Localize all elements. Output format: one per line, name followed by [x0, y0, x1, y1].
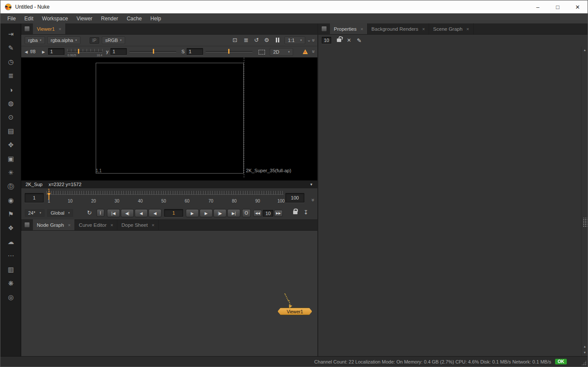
- range-start-field[interactable]: 1: [25, 193, 44, 203]
- lock-range-icon[interactable]: [293, 211, 297, 214]
- tab-close-icon[interactable]: ×: [152, 222, 154, 228]
- viewer-canvas[interactable]: 1,1 2K_Super_35(full-ap): [21, 58, 317, 180]
- gamma-slider[interactable]: [129, 48, 176, 55]
- tab-close-icon[interactable]: ×: [110, 222, 113, 228]
- frame-increment-field[interactable]: 10: [263, 210, 273, 217]
- tab-close-icon[interactable]: ×: [422, 26, 425, 32]
- close-button[interactable]: ✕: [568, 0, 588, 13]
- zoom-dropdown[interactable]: 1:1 ▾: [284, 36, 305, 44]
- play-forward-button[interactable]: ▶: [186, 209, 199, 217]
- toolbar-3d-icon[interactable]: ▣: [0, 152, 21, 166]
- lock-panels-icon[interactable]: [337, 39, 341, 42]
- pane-menu-icon[interactable]: [321, 26, 327, 32]
- range-end-field[interactable]: 100: [285, 193, 304, 203]
- saturation-slider[interactable]: [206, 48, 252, 55]
- menu-edit[interactable]: Edit: [20, 13, 38, 24]
- tab-curve-editor[interactable]: Curve Editor ×: [75, 219, 117, 230]
- jump-forward-button[interactable]: ▶▶: [274, 210, 283, 217]
- pane-menu-icon[interactable]: [24, 222, 30, 228]
- tab-node-graph[interactable]: Node Graph ×: [33, 219, 75, 230]
- toolbar-merge-icon[interactable]: ▤: [0, 124, 21, 138]
- toolbar-target-icon[interactable]: ◎: [0, 290, 21, 304]
- properties-scrollbar[interactable]: ▲ ▲ ▼: [581, 46, 588, 356]
- menu-help[interactable]: Help: [146, 13, 165, 24]
- play-backward-button[interactable]: ◀: [149, 209, 162, 217]
- toolbar-other-icon[interactable]: ⋯: [0, 249, 21, 263]
- toolbar-draw-icon[interactable]: ✎: [0, 41, 21, 55]
- layer-dropdown[interactable]: rgba.alpha ▾: [47, 36, 81, 44]
- toolbar-archive-icon[interactable]: ▥: [0, 263, 21, 277]
- tab-scene-graph[interactable]: Scene Graph ×: [429, 23, 473, 34]
- saturation-field[interactable]: 1: [187, 48, 203, 55]
- gain-slider[interactable]: 0.0625 16.4: [67, 48, 103, 55]
- refresh-icon[interactable]: ↺: [254, 37, 259, 43]
- menu-workspace[interactable]: Workspace: [38, 13, 72, 24]
- tab-dope-sheet[interactable]: Dope Sheet ×: [117, 219, 158, 230]
- step-forward-button[interactable]: ▶: [200, 209, 213, 217]
- in-point-button[interactable]: I: [97, 209, 104, 217]
- pane-menu-icon[interactable]: [24, 26, 30, 32]
- menu-viewer[interactable]: Viewer: [72, 13, 97, 24]
- toolbar-time-icon[interactable]: ◷: [0, 55, 21, 69]
- menu-render[interactable]: Render: [97, 13, 122, 24]
- toolbar-toolsets-icon[interactable]: ❖: [0, 221, 21, 235]
- maximize-button[interactable]: □: [548, 0, 568, 13]
- fstop-prev-icon[interactable]: ◀: [25, 50, 28, 54]
- gamma-slider-handle[interactable]: [153, 49, 154, 54]
- input-process-button[interactable]: IP: [90, 37, 99, 44]
- toolbar-image-icon[interactable]: ⇥: [0, 27, 21, 41]
- edit-pencil-icon[interactable]: ✎: [357, 37, 362, 44]
- toolbar-particles-icon[interactable]: ✳: [0, 166, 21, 180]
- toolbar-filter-icon[interactable]: ◍: [0, 97, 21, 110]
- tab-close-icon[interactable]: ×: [58, 26, 61, 32]
- view-mode-dropdown[interactable]: 2D ▾: [270, 48, 293, 56]
- channels-dropdown[interactable]: rgba ▾: [25, 36, 45, 44]
- out-point-button[interactable]: O: [242, 209, 251, 217]
- tab-properties[interactable]: Properties ×: [330, 23, 368, 34]
- scroll-up-icon[interactable]: ▲: [582, 344, 588, 349]
- toolbar-sparkle-icon[interactable]: ❋: [0, 277, 21, 290]
- gear-icon[interactable]: ⚙: [264, 37, 269, 43]
- gamut-warning-icon[interactable]: [303, 49, 308, 54]
- toolbar-transform-icon[interactable]: ✥: [0, 138, 21, 152]
- goto-start-button[interactable]: |◀: [107, 209, 120, 217]
- jump-back-button[interactable]: ◀◀: [253, 210, 262, 217]
- gamma-field[interactable]: 1: [110, 48, 127, 55]
- fstop-next-icon[interactable]: ▶: [42, 50, 45, 54]
- pause-icon[interactable]: [276, 38, 279, 42]
- saturation-slider-handle[interactable]: [228, 49, 229, 54]
- goto-end-button[interactable]: ▶|: [227, 209, 240, 217]
- current-frame-field[interactable]: 1: [164, 209, 183, 217]
- timeline-playhead[interactable]: 1: [47, 189, 52, 202]
- tab-viewer1[interactable]: Viewer1 ×: [33, 23, 66, 34]
- viewer1-node[interactable]: Viewer1: [278, 308, 312, 315]
- node-graph-canvas[interactable]: Viewer1: [21, 231, 317, 356]
- double-chevron-icon[interactable]: »: [310, 39, 317, 42]
- scrollbar-thumb[interactable]: [582, 218, 587, 227]
- step-back-button[interactable]: ◀: [135, 209, 148, 217]
- toolbar-views-icon[interactable]: ◉: [0, 193, 21, 207]
- double-chevron-icon[interactable]: »: [310, 199, 317, 202]
- info-caret-icon[interactable]: ▼: [310, 183, 313, 187]
- scroll-up-icon[interactable]: ▲: [582, 47, 588, 53]
- toolbar-deep-icon[interactable]: Ⓓ: [0, 180, 21, 193]
- next-keyframe-button[interactable]: |▶: [213, 209, 226, 217]
- max-panels-field[interactable]: 10: [322, 37, 331, 44]
- minimize-button[interactable]: –: [528, 0, 548, 13]
- roi-icon[interactable]: [258, 50, 265, 55]
- tab-close-icon[interactable]: ×: [68, 222, 71, 228]
- flipbook-icon[interactable]: ↧: [304, 209, 308, 215]
- toolbar-metadata-icon[interactable]: ⚑: [0, 207, 21, 221]
- tab-close-icon[interactable]: ×: [360, 26, 363, 32]
- toolbar-air-icon[interactable]: ☁: [0, 235, 21, 249]
- prev-keyframe-button[interactable]: ◀|: [121, 209, 134, 217]
- wipe-list-icon[interactable]: ≣: [244, 37, 249, 43]
- close-all-panels-icon[interactable]: ✕: [347, 37, 351, 43]
- gain-field[interactable]: 1: [48, 48, 65, 55]
- tab-close-icon[interactable]: ×: [466, 26, 469, 32]
- playback-mode-icon[interactable]: ↻: [87, 210, 92, 216]
- menu-file[interactable]: File: [3, 13, 20, 24]
- menu-cache[interactable]: Cache: [123, 13, 146, 24]
- toolbar-color-icon[interactable]: ◑: [0, 83, 21, 97]
- tab-background-renders[interactable]: Background Renders ×: [368, 23, 429, 34]
